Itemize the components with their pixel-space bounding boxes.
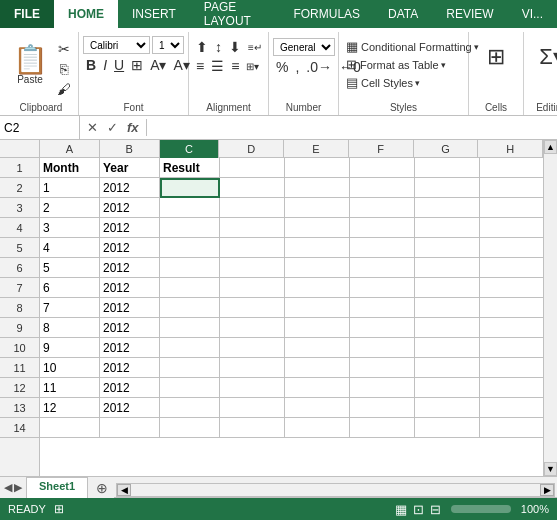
- cell-B4[interactable]: 2012: [100, 218, 160, 238]
- cell-A3[interactable]: 2: [40, 198, 100, 218]
- row-num-12[interactable]: 12: [0, 378, 39, 398]
- cell-B13[interactable]: 2012: [100, 398, 160, 418]
- cell-B5[interactable]: 2012: [100, 238, 160, 258]
- cell-H13[interactable]: [480, 398, 543, 418]
- cell-F2[interactable]: [350, 178, 415, 198]
- scroll-down-button[interactable]: ▼: [544, 462, 557, 476]
- cell-F12[interactable]: [350, 378, 415, 398]
- view-tab[interactable]: VI...: [508, 0, 557, 28]
- scroll-sheets-left-button[interactable]: ◀: [4, 481, 12, 494]
- cell-A14[interactable]: [40, 418, 100, 438]
- cell-A6[interactable]: 5: [40, 258, 100, 278]
- cell-C7[interactable]: [160, 278, 220, 298]
- cell-F7[interactable]: [350, 278, 415, 298]
- zoom-slider[interactable]: [451, 505, 511, 513]
- align-right-button[interactable]: ≡: [228, 57, 242, 75]
- cell-E5[interactable]: [285, 238, 350, 258]
- cell-H9[interactable]: [480, 318, 543, 338]
- cell-G9[interactable]: [415, 318, 480, 338]
- cell-G2[interactable]: [415, 178, 480, 198]
- cell-B14[interactable]: [100, 418, 160, 438]
- cell-C1[interactable]: Result: [160, 158, 220, 178]
- cell-D6[interactable]: [220, 258, 285, 278]
- comma-button[interactable]: ,: [292, 58, 302, 76]
- align-center-button[interactable]: ☰: [208, 57, 227, 75]
- cell-D5[interactable]: [220, 238, 285, 258]
- scroll-up-button[interactable]: ▲: [544, 140, 557, 154]
- cell-E2[interactable]: [285, 178, 350, 198]
- row-num-1[interactable]: 1: [0, 158, 39, 178]
- cell-F1[interactable]: [350, 158, 415, 178]
- cell-C2[interactable]: [160, 178, 220, 198]
- cell-H6[interactable]: [480, 258, 543, 278]
- home-tab[interactable]: HOME: [54, 0, 118, 28]
- fill-color-button[interactable]: A▾: [147, 56, 169, 74]
- cell-G4[interactable]: [415, 218, 480, 238]
- cell-G14[interactable]: [415, 418, 480, 438]
- cell-B11[interactable]: 2012: [100, 358, 160, 378]
- italic-button[interactable]: I: [100, 56, 110, 74]
- cell-H10[interactable]: [480, 338, 543, 358]
- cell-C13[interactable]: [160, 398, 220, 418]
- cell-D12[interactable]: [220, 378, 285, 398]
- cell-C5[interactable]: [160, 238, 220, 258]
- name-box[interactable]: C2: [0, 116, 80, 139]
- cell-F8[interactable]: [350, 298, 415, 318]
- row-num-2[interactable]: 2: [0, 178, 39, 198]
- cell-E13[interactable]: [285, 398, 350, 418]
- bold-button[interactable]: B: [83, 56, 99, 74]
- col-header-a[interactable]: A: [40, 140, 100, 158]
- cell-B12[interactable]: 2012: [100, 378, 160, 398]
- font-size-select[interactable]: 11: [152, 36, 184, 54]
- col-header-b[interactable]: B: [100, 140, 160, 158]
- merge-button[interactable]: ⊞▾: [243, 57, 262, 75]
- cell-G12[interactable]: [415, 378, 480, 398]
- cell-A12[interactable]: 11: [40, 378, 100, 398]
- format-as-table-button[interactable]: ⊞ Format as Table ▾: [343, 56, 464, 73]
- cell-D13[interactable]: [220, 398, 285, 418]
- cell-G3[interactable]: [415, 198, 480, 218]
- cell-F6[interactable]: [350, 258, 415, 278]
- align-left-button[interactable]: ≡: [193, 57, 207, 75]
- formulas-tab[interactable]: FORMULAS: [279, 0, 374, 28]
- col-header-g[interactable]: G: [414, 140, 479, 158]
- cell-B3[interactable]: 2012: [100, 198, 160, 218]
- conditional-formatting-button[interactable]: ▦ Conditional Formatting ▾: [343, 38, 464, 55]
- insert-function-button[interactable]: fx: [124, 119, 142, 136]
- cell-H4[interactable]: [480, 218, 543, 238]
- cell-G6[interactable]: [415, 258, 480, 278]
- cell-B8[interactable]: 2012: [100, 298, 160, 318]
- cell-H1[interactable]: [480, 158, 543, 178]
- cell-E11[interactable]: [285, 358, 350, 378]
- cell-E9[interactable]: [285, 318, 350, 338]
- cell-E8[interactable]: [285, 298, 350, 318]
- cell-H2[interactable]: [480, 178, 543, 198]
- vertical-scrollbar[interactable]: ▲ ▼: [543, 140, 557, 476]
- cell-H3[interactable]: [480, 198, 543, 218]
- cell-B2[interactable]: 2012: [100, 178, 160, 198]
- cell-F4[interactable]: [350, 218, 415, 238]
- cell-D2[interactable]: [220, 178, 285, 198]
- file-tab[interactable]: FILE: [0, 0, 54, 28]
- cell-E7[interactable]: [285, 278, 350, 298]
- scroll-track[interactable]: [544, 154, 557, 462]
- cell-E6[interactable]: [285, 258, 350, 278]
- align-bottom-button[interactable]: ⬇: [226, 38, 244, 56]
- cell-E1[interactable]: [285, 158, 350, 178]
- align-top-button[interactable]: ⬆: [193, 38, 211, 56]
- col-header-e[interactable]: E: [284, 140, 349, 158]
- page-layout-view-button[interactable]: ⊡: [413, 502, 424, 517]
- cell-styles-button[interactable]: ▤ Cell Styles ▾: [343, 74, 464, 91]
- data-tab[interactable]: DATA: [374, 0, 432, 28]
- cells-button[interactable]: ⊞: [481, 40, 511, 74]
- cell-D7[interactable]: [220, 278, 285, 298]
- scroll-sheets-right-button[interactable]: ▶: [14, 481, 22, 494]
- cell-G13[interactable]: [415, 398, 480, 418]
- page-break-view-button[interactable]: ⊟: [430, 502, 441, 517]
- cell-G8[interactable]: [415, 298, 480, 318]
- cell-G11[interactable]: [415, 358, 480, 378]
- row-num-7[interactable]: 7: [0, 278, 39, 298]
- cell-H12[interactable]: [480, 378, 543, 398]
- cell-A11[interactable]: 10: [40, 358, 100, 378]
- cell-D14[interactable]: [220, 418, 285, 438]
